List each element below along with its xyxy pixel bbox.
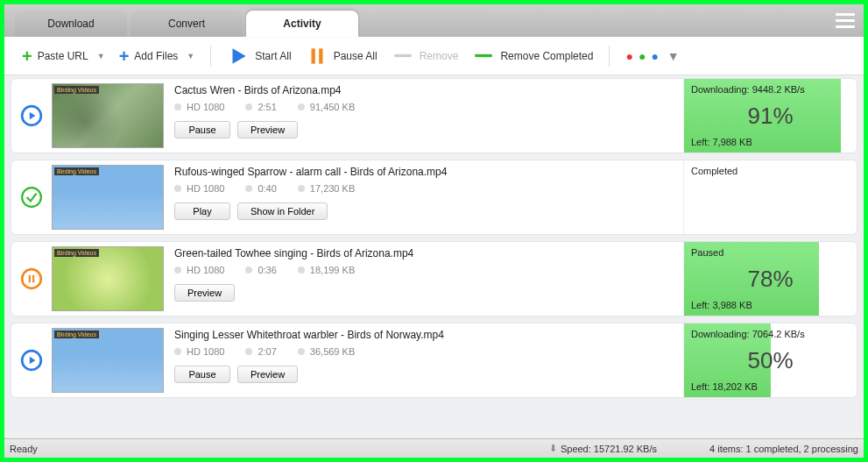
status-percent <box>691 176 850 229</box>
tab-activity[interactable]: Activity <box>246 11 358 37</box>
item-size: 17,230 KB <box>298 183 355 194</box>
paste-url-button[interactable]: + Paste URL ▼ <box>17 46 110 66</box>
remove-completed-button[interactable]: Remove Completed <box>467 41 598 71</box>
item-title: Rufous-winged Sparrow - alarm call - Bir… <box>174 166 673 178</box>
status-bottom: Left: 3,988 KB <box>691 300 850 310</box>
row-action-1[interactable]: Pause <box>174 366 230 383</box>
menu-icon[interactable] <box>836 10 855 32</box>
item-size: 18,199 KB <box>298 265 355 275</box>
status-speed: Speed: 15721.92 KB/s <box>561 444 657 454</box>
svg-rect-4 <box>476 53 493 56</box>
status-bottom: Left: 7,988 KB <box>691 137 850 147</box>
item-resolution: HD 1080 <box>174 102 224 112</box>
statusbar: Ready ⬇ Speed: 15721.92 KB/s 4 items: 1 … <box>4 438 864 458</box>
row-state-icon[interactable] <box>11 242 52 316</box>
status-top: Downloading: 9448.2 KB/s <box>691 84 850 95</box>
separator <box>609 46 610 67</box>
thumbnail[interactable]: Birding Videos <box>52 165 164 230</box>
svg-marker-12 <box>30 357 36 365</box>
item-status: Paused 78% Left: 3,988 KB <box>683 242 857 316</box>
tab-download[interactable]: Download <box>15 11 127 37</box>
item-resolution: HD 1080 <box>174 183 224 194</box>
download-arrow-icon: ⬇ <box>549 443 557 454</box>
svg-rect-10 <box>32 275 34 283</box>
item-duration: 0:36 <box>245 265 276 275</box>
separator <box>210 46 211 67</box>
row-action-2[interactable]: Preview <box>174 284 235 302</box>
svg-rect-1 <box>311 48 314 63</box>
more-button[interactable]: ●●● ▼ <box>620 53 684 60</box>
download-item[interactable]: Birding Videos Singing Lesser Whitethroa… <box>11 323 857 398</box>
row-state-icon[interactable] <box>11 79 52 153</box>
pause-all-button[interactable]: Pause All <box>300 41 383 71</box>
row-action-1[interactable]: Pause <box>174 121 230 139</box>
row-action-2[interactable]: Show in Folder <box>237 203 328 220</box>
thumbnail[interactable]: Birding Videos <box>52 328 164 393</box>
play-circle-icon <box>20 104 43 127</box>
item-size: 36,569 KB <box>298 346 355 357</box>
thumbnail[interactable]: Birding Videos <box>52 246 164 311</box>
minus-icon <box>392 45 414 68</box>
thumbnail-watermark: Birding Videos <box>54 167 99 175</box>
remove-label: Remove <box>420 50 459 62</box>
row-action-2[interactable]: Preview <box>237 121 298 139</box>
status-summary: 4 items: 1 completed, 2 processing <box>709 444 858 454</box>
download-item[interactable]: Birding Videos Green-tailed Towhee singi… <box>11 241 857 316</box>
thumbnail-watermark: Birding Videos <box>54 249 99 257</box>
item-duration: 2:51 <box>245 102 276 112</box>
play-icon <box>227 45 250 68</box>
download-item[interactable]: Birding Videos Rufous-winged Sparrow - a… <box>11 160 857 235</box>
minus-icon <box>472 45 495 68</box>
item-title: Singing Lesser Whitethroat warbler - Bir… <box>174 329 673 341</box>
svg-rect-9 <box>29 275 31 283</box>
status-ready: Ready <box>10 444 38 454</box>
start-all-label: Start All <box>255 50 291 62</box>
row-state-icon[interactable] <box>11 323 52 397</box>
pause-all-label: Pause All <box>334 50 378 62</box>
row-state-icon[interactable] <box>11 160 52 234</box>
status-percent: 78% <box>691 258 850 300</box>
chevron-down-icon[interactable]: ▼ <box>187 52 194 60</box>
titlebar: Download Convert Activity <box>4 4 864 37</box>
status-percent: 50% <box>691 339 850 381</box>
svg-point-8 <box>22 269 41 288</box>
thumbnail-watermark: Birding Videos <box>54 86 99 94</box>
status-top: Downloading: 7064.2 KB/s <box>691 329 850 339</box>
toolbar: + Paste URL ▼ + Add Files ▼ Start All Pa… <box>4 37 864 75</box>
tab-convert[interactable]: Convert <box>131 11 243 37</box>
svg-rect-3 <box>394 53 412 56</box>
svg-point-7 <box>22 188 41 207</box>
status-percent: 91% <box>691 95 850 137</box>
row-action-1[interactable]: Play <box>174 203 230 220</box>
status-bottom: Left: 18,202 KB <box>691 381 850 392</box>
item-status: Downloading: 7064.2 KB/s 50% Left: 18,20… <box>683 323 857 397</box>
play-circle-icon <box>20 349 43 372</box>
add-files-label: Add Files <box>134 50 178 62</box>
remove-button[interactable]: Remove <box>386 41 464 71</box>
item-title: Cactus Wren - Birds of Arizona.mp4 <box>174 84 673 96</box>
row-action-2[interactable]: Preview <box>237 366 298 383</box>
download-item[interactable]: Birding Videos Cactus Wren - Birds of Ar… <box>11 78 857 153</box>
item-title: Green-tailed Towhee singing - Birds of A… <box>174 247 673 259</box>
thumbnail[interactable]: Birding Videos <box>52 83 164 148</box>
item-status: Completed <box>683 160 857 234</box>
item-size: 91,450 KB <box>298 102 355 112</box>
activity-list: Birding Videos Cactus Wren - Birds of Ar… <box>4 75 864 438</box>
item-resolution: HD 1080 <box>174 265 224 275</box>
paste-url-label: Paste URL <box>38 50 88 62</box>
status-top: Completed <box>691 166 850 176</box>
svg-rect-2 <box>319 48 322 63</box>
status-top: Paused <box>691 247 850 258</box>
pause-circle-icon <box>20 267 43 290</box>
check-circle-icon <box>20 186 43 209</box>
item-duration: 2:07 <box>245 346 276 357</box>
item-status: Downloading: 9448.2 KB/s 91% Left: 7,988… <box>683 79 857 153</box>
chevron-down-icon[interactable]: ▼ <box>97 52 105 60</box>
item-resolution: HD 1080 <box>174 346 224 357</box>
add-files-button[interactable]: + Add Files ▼ <box>114 46 201 66</box>
svg-marker-6 <box>30 112 36 120</box>
start-all-button[interactable]: Start All <box>222 41 296 71</box>
thumbnail-watermark: Birding Videos <box>54 331 99 338</box>
remove-completed-label: Remove Completed <box>500 50 593 62</box>
svg-marker-0 <box>233 48 246 63</box>
